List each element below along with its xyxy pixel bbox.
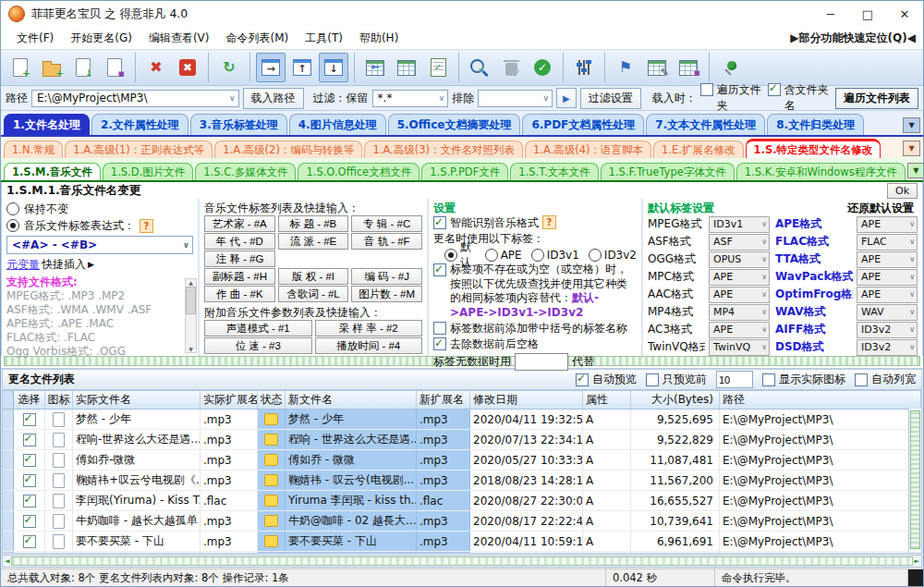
cell-new-ext[interactable]: .mp3 [417, 450, 470, 470]
table-row[interactable]: 鞠婧祎+叹云兮电视剧《... .mp3 鞠婧祎 - 叹云兮(电视剧... .mp… [3, 471, 921, 491]
tab-item[interactable]: 5.Office文档摘要处理 [388, 114, 521, 135]
help-icon[interactable]: ? [542, 215, 556, 229]
cell-actual-ext[interactable]: .mp3 [201, 450, 258, 470]
tab-item[interactable]: 1.S.K.安卓和Windows程序文件 [736, 163, 906, 180]
tag-type-radio[interactable]: ID3v2 [589, 247, 637, 263]
tag-type-select[interactable]: APE [709, 287, 770, 303]
include-folder-name-checkbox[interactable]: 含文件夹名 [768, 82, 832, 114]
tag-type-select[interactable]: TwinVQ [709, 339, 770, 356]
row-selector[interactable] [3, 532, 14, 551]
menu-help[interactable]: 帮助(H) [351, 31, 407, 46]
row-checkbox[interactable] [14, 410, 45, 429]
flag-button[interactable]: ⚑ [611, 53, 640, 82]
tag-insert-button[interactable]: 作 曲 - #K [204, 286, 275, 302]
panel-right-button[interactable]: → [256, 53, 286, 82]
execute-rename-button[interactable]: ✓ [528, 53, 557, 82]
empty-tag-replacement-input[interactable] [515, 353, 568, 371]
row-selector[interactable] [3, 491, 14, 510]
panel-down-button[interactable]: ↓ [319, 53, 348, 82]
meta-variable-link[interactable]: 元变量 [6, 257, 40, 273]
load-path-button[interactable]: 载入路径 [243, 88, 304, 109]
preview-search-button[interactable]: ✓ [465, 53, 494, 82]
cell-actual-ext[interactable]: .mp3 [201, 552, 258, 554]
row-checkbox[interactable] [14, 450, 45, 470]
cell-actual-ext[interactable]: .mp3 [201, 532, 258, 551]
tag-type-select[interactable]: ID3v2 [857, 339, 918, 356]
quick-locate-button[interactable]: ▶部分功能快速定位(Q)◀ [790, 31, 916, 46]
smart-detect-checkbox[interactable]: 智能识别音乐格式 ? [433, 215, 637, 230]
tag-insert-button[interactable]: 编 码 - #J [351, 268, 422, 285]
preview-count-input[interactable] [716, 371, 753, 388]
tag-insert-button[interactable]: 含歌词 - #L [278, 286, 349, 302]
walk-folders-checkbox[interactable]: 遍历文件夹 [700, 82, 764, 114]
remove-all-button[interactable]: ✖ [173, 53, 202, 82]
column-header-date[interactable]: 修改日期 [470, 391, 583, 409]
tag-type-select[interactable]: ID3v2 [857, 322, 918, 338]
cell-actual-ext[interactable]: .mp3 [201, 471, 258, 490]
tag-insert-button[interactable]: 标 题 - #B [278, 215, 349, 232]
cell-new-name[interactable]: 要不要买菜 - 下山 [286, 532, 417, 551]
tab-item[interactable]: 3.音乐标签处理 [190, 114, 287, 135]
tag-type-select[interactable]: APE [857, 251, 918, 268]
column-header-actual-name[interactable]: 实际文件名 [73, 391, 201, 409]
tab-item[interactable]: 1.S.特定类型文件名修改 [746, 139, 881, 158]
scrollbar-thumb[interactable] [11, 556, 912, 566]
tag-insert-button[interactable]: 流 派 - #E [278, 233, 349, 250]
menu-command-list[interactable]: 命令列表(M) [218, 31, 298, 46]
tag-insert-button[interactable]: 图片数 - #M [351, 286, 422, 302]
tag-insert-button[interactable]: 注 释 - #G [204, 251, 275, 267]
tag-type-select[interactable]: APE [857, 269, 918, 286]
cell-new-name[interactable]: 程响 - 世界这么大还是遇... [286, 430, 417, 449]
tab-item[interactable]: 7.文本文件属性处理 [646, 114, 765, 135]
cell-new-name[interactable]: 傅如乔 - 微微 [286, 450, 417, 470]
tag-type-select[interactable]: APE [709, 322, 770, 338]
filter-keep-combobox[interactable]: *.* [372, 90, 449, 107]
preview-first-checkbox[interactable]: 只预览前 [646, 372, 707, 387]
tab-item[interactable]: 1.A.高级(1)：正则表达式等 [65, 141, 213, 158]
save-file-list-button[interactable]: ▪ [100, 53, 129, 82]
tag-type-select[interactable]: ID3v1 [709, 216, 770, 233]
scrollbar-thumb[interactable] [186, 287, 196, 314]
tab-item[interactable]: 1.A.高级(3)：文件名对照列表 [364, 141, 523, 158]
table-row[interactable]: 梦然 - 少年 .mp3 梦然 - 少年 .mp3 2020/04/11 19:… [3, 410, 921, 430]
tag-type-select[interactable]: APE [709, 269, 770, 286]
column-header-actual-ext[interactable]: 实际扩展名 [201, 391, 258, 409]
path-combobox[interactable]: E:\@MyProject\MP3\ [31, 90, 239, 107]
tab-item[interactable]: 1.S.M.音乐文件 [4, 163, 101, 180]
tag-type-select[interactable]: ASF [709, 234, 770, 251]
table-row[interactable]: 牛奶咖啡 - 越长大越孤单 .mp3 牛奶@咖啡 - 02 越長大... .mp… [3, 511, 921, 532]
row-checkbox[interactable] [14, 491, 45, 510]
row-checkbox[interactable] [14, 471, 45, 490]
param-insert-button[interactable]: 位 速 - #3 [204, 337, 312, 354]
tag-insert-button[interactable]: 年 代 - #D [204, 233, 275, 250]
export-list-button[interactable]: ▪ [674, 53, 703, 82]
tab-item[interactable]: 1.E.扩展名修改 [653, 141, 743, 158]
cell-new-name[interactable]: 牛奶@咖啡 - 02 越長大... [286, 511, 417, 531]
insert-arrow-icon[interactable]: ▶ [88, 260, 94, 269]
tab-item[interactable]: 1.文件名处理 [4, 114, 90, 135]
formats-scrollbar[interactable] [185, 278, 197, 353]
tab-item[interactable]: 1.A.高级(4)：语言脚本 [525, 141, 651, 158]
tab-item[interactable]: 1.S.O.Office文档文件 [298, 163, 419, 180]
resize-grip[interactable] [908, 569, 923, 586]
tag-type-select[interactable]: APE [857, 216, 918, 233]
menu-rename[interactable]: 开始更名(G) [62, 31, 140, 46]
tabs3-more-dropdown[interactable]: ▼ [907, 163, 924, 178]
tag-type-radio[interactable]: ID3v1 [531, 247, 579, 263]
cell-new-name[interactable]: 梦然 - 少年 [286, 410, 417, 429]
tag-type-select[interactable]: WAV [857, 304, 918, 321]
cell-new-ext[interactable]: .mp3 [417, 552, 470, 554]
column-header-icon[interactable]: 图标 [45, 391, 73, 409]
tab-item[interactable]: 2.文件属性处理 [91, 114, 188, 135]
tabs2-more-dropdown[interactable]: ▼ [903, 141, 920, 156]
tag-type-select[interactable]: MP4 [709, 304, 770, 321]
column-header-new-name[interactable]: 新文件名 [286, 391, 417, 409]
row-selector[interactable] [3, 552, 14, 554]
row-checkbox[interactable] [14, 532, 45, 551]
panel-up-button[interactable]: ↑ [287, 53, 317, 82]
menu-tools[interactable]: 工具(T) [297, 31, 351, 46]
table-row[interactable]: 要不要买菜 - 下山 .mp3 要不要买菜 - 下山 .mp3 2020/04/… [3, 532, 921, 552]
column-header-size[interactable]: 大小(Bytes) [631, 391, 720, 409]
cell-actual-name[interactable]: 牛奶咖啡 - 越长大越孤单 [73, 511, 201, 531]
tabs1-more-dropdown[interactable]: ▼ [903, 117, 920, 133]
